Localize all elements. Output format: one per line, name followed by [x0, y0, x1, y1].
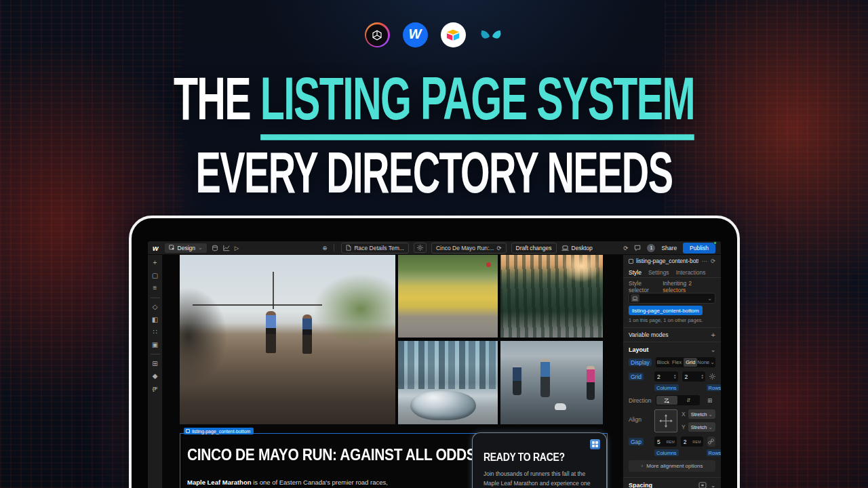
- finsweet-extension-icon[interactable]: {F: [153, 386, 158, 392]
- grid-rows-stepper[interactable]: 2 ▲▼: [682, 371, 706, 382]
- rows-label[interactable]: Rows: [707, 384, 721, 391]
- direction-column-icon[interactable]: ⇵: [677, 396, 699, 405]
- cms-item-selector[interactable]: Cinco De Mayo Run:... ⟳: [431, 243, 507, 253]
- layout-title: Layout: [629, 346, 649, 353]
- page-settings-button[interactable]: [414, 243, 427, 253]
- add-variable-mode-icon[interactable]: +: [711, 331, 715, 339]
- more-alignment-options-button[interactable]: › More alignment options: [629, 460, 715, 472]
- navigator-icon[interactable]: ≡: [153, 285, 157, 291]
- display-option-flex[interactable]: Flex: [670, 358, 684, 367]
- draft-changes-badge[interactable]: Draft changes: [511, 243, 557, 253]
- selected-element-badge: listing-page_content-bottom: [184, 428, 254, 434]
- display-option-grid[interactable]: Grid: [684, 358, 697, 367]
- components-icon[interactable]: ◇: [153, 304, 158, 310]
- breakpoint-desktop-button[interactable]: Desktop: [561, 245, 593, 251]
- variables-icon[interactable]: ∷: [153, 329, 157, 336]
- publish-button[interactable]: Publish: [683, 243, 715, 253]
- app-logos-row: W: [0, 22, 868, 47]
- columns-label[interactable]: Columns: [654, 384, 679, 391]
- layout-section-header[interactable]: Layout ⌄: [623, 342, 721, 357]
- photo-yellow-crowd[interactable]: [398, 255, 498, 338]
- laptop-icon: [561, 245, 569, 251]
- hero-title-highlight: LISTING PAGE SYSTEM: [260, 64, 694, 140]
- columns-label[interactable]: Columns: [654, 449, 679, 456]
- style-selector-row: Style selector Inheriting2 selectors: [623, 282, 721, 291]
- photo-mountain-forest[interactable]: [500, 255, 603, 338]
- share-button[interactable]: Share: [661, 245, 677, 251]
- display-segmented-control: Block Flex Grid None⌄: [656, 357, 715, 367]
- design-mode-button[interactable]: Design ⌄: [165, 243, 207, 253]
- cms-icon[interactable]: ◆: [153, 373, 158, 380]
- layouts-icon[interactable]: ◧: [152, 317, 158, 323]
- comments-icon[interactable]: [634, 245, 641, 251]
- display-option-block[interactable]: Block: [656, 358, 670, 367]
- hero-title-prefix: THE: [174, 64, 260, 131]
- preview-play-icon[interactable]: ▷: [235, 245, 239, 251]
- selected-element-row[interactable]: listing-page_content-bott... ··· ⟳: [623, 255, 721, 267]
- chevron-down-icon[interactable]: ⌄: [707, 296, 712, 302]
- chevron-down-icon: ⌄: [711, 347, 715, 353]
- column-gap-value: 5: [657, 439, 660, 445]
- sync-icon[interactable]: ⟳: [623, 245, 628, 251]
- cube-app-logo-icon: [365, 22, 390, 47]
- hero-title-line2: EVERY DIRECTORY NEEDS: [87, 140, 781, 206]
- align-y-select[interactable]: Stretch ⌄: [688, 422, 715, 432]
- element-name: listing-page_content-bott...: [636, 258, 698, 264]
- grid-rows-value: 2: [685, 373, 688, 380]
- chevron-down-icon: ⌄: [198, 245, 203, 251]
- assets-icon[interactable]: ▣: [152, 342, 158, 348]
- row-gap-input[interactable]: 2 REM: [681, 436, 703, 447]
- gap-axis-labels: Columns Rows: [623, 449, 721, 456]
- display-option-none[interactable]: None⌄: [697, 358, 715, 367]
- gear-icon: [417, 245, 423, 251]
- column-gap-input[interactable]: 5 REM: [654, 436, 677, 447]
- grid-axis-labels: Columns Rows: [623, 384, 721, 391]
- draft-changes-label: Draft changes: [516, 245, 552, 251]
- toolbar-divider: [151, 354, 160, 354]
- step-down-icon[interactable]: ▼: [673, 377, 676, 380]
- chevron-down-icon: ⌄: [710, 359, 715, 365]
- selected-class-name: listing-page_content-bottom: [192, 429, 250, 434]
- row-gap-unit: REM: [692, 440, 701, 444]
- photo-bean-skyline[interactable]: [398, 341, 498, 424]
- alignment-widget[interactable]: [654, 409, 677, 432]
- photo-runners-main[interactable]: [180, 255, 395, 424]
- more-options-icon[interactable]: ···: [701, 258, 707, 264]
- variable-modes-row[interactable]: Variable modes +: [623, 328, 721, 342]
- designer-canvas[interactable]: listing-page_content-bottom CINCO DE MAY…: [163, 255, 623, 488]
- breakpoint-state-icon: [631, 294, 639, 302]
- designer-main: + ▢ ≡ ◇ ◧ ∷ ▣ ⊞ ◆ {F: [148, 255, 721, 488]
- localization-globe-icon[interactable]: ⊕: [322, 245, 327, 251]
- ready-to-race-card[interactable]: READY TO RACE? Join thousands of runners…: [472, 432, 607, 488]
- spacing-section-header[interactable]: Spacing ⌄: [623, 478, 721, 488]
- webflow-menu-icon[interactable]: w: [153, 244, 159, 252]
- rows-label[interactable]: Rows: [707, 449, 721, 456]
- photo-decoration: [193, 304, 322, 306]
- row-gap-value: 2: [684, 439, 687, 445]
- listing-paragraph: Maple Leaf Marathon is one of Eastern Ca…: [187, 478, 391, 488]
- align-x-select[interactable]: Stretch ⌄: [688, 409, 715, 419]
- spacing-preset-icon[interactable]: [698, 482, 707, 488]
- tab-style[interactable]: Style: [629, 269, 642, 276]
- tab-interactions[interactable]: Interactions: [676, 269, 706, 276]
- grid-columns-stepper[interactable]: 2 ▲▼: [654, 371, 678, 382]
- dense-grid-icon[interactable]: ⊞: [704, 395, 715, 405]
- step-down-icon[interactable]: ▼: [701, 377, 704, 380]
- collaborator-avatar[interactable]: 1: [647, 244, 655, 252]
- apps-icon[interactable]: ⊞: [152, 361, 157, 367]
- create-component-icon[interactable]: ⟳: [711, 258, 715, 264]
- cms-database-icon[interactable]: [212, 245, 218, 251]
- selected-content-section[interactable]: listing-page_content-bottom CINCO DE MAY…: [180, 433, 608, 488]
- grid-settings-gear-icon[interactable]: [709, 373, 715, 380]
- pages-icon[interactable]: ▢: [152, 272, 158, 279]
- direction-row-icon[interactable]: [656, 396, 678, 405]
- analytics-icon[interactable]: [223, 245, 230, 251]
- style-panel: listing-page_content-bott... ··· ⟳ Style…: [623, 255, 721, 488]
- add-elements-icon[interactable]: +: [153, 260, 157, 266]
- tab-settings[interactable]: Settings: [648, 269, 669, 276]
- page-template-selector[interactable]: Race Details Tem...: [341, 243, 409, 253]
- class-pill[interactable]: listing-page_content-bottom: [629, 306, 703, 315]
- class-selector-input[interactable]: ⌄: [629, 293, 715, 304]
- photo-rain-runners[interactable]: [500, 341, 603, 424]
- link-gaps-icon[interactable]: [707, 436, 716, 447]
